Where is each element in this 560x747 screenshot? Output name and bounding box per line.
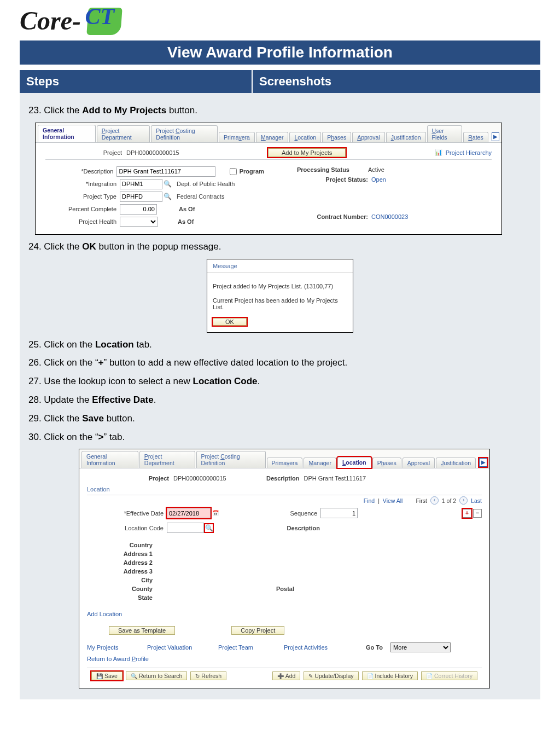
add-location-link[interactable]: Add Location <box>87 611 122 617</box>
copy-project-button[interactable]: Copy Project <box>231 626 284 635</box>
return-to-award-profile-link[interactable]: Return to Award Profile <box>87 656 149 662</box>
tab-rates[interactable]: Rates <box>463 132 488 142</box>
location-desc-label: Description <box>243 525 323 531</box>
tab-phases[interactable]: Phases <box>322 132 351 142</box>
project-type-input[interactable] <box>120 192 162 202</box>
add-to-my-projects-button[interactable]: Add to My Projects <box>268 148 346 157</box>
return-to-search-button[interactable]: 🔍Return to Search <box>126 671 187 680</box>
save-icon: 💾 <box>96 673 103 679</box>
message-title: Message <box>207 259 353 273</box>
logo-area: Core- CT <box>0 0 560 40</box>
step-24-bold: OK <box>82 241 96 252</box>
ok-button[interactable]: OK <box>213 318 247 326</box>
program-checkbox[interactable] <box>230 168 237 175</box>
screenshot-2-location-page: General Information Project Department P… <box>79 449 490 688</box>
project-team-link[interactable]: Project Team <box>218 644 284 651</box>
location-code-input[interactable] <box>167 523 204 533</box>
tab-project-costing-definition-2[interactable]: Project Costing Definition <box>196 451 266 468</box>
project-value: DPH000000000015 <box>126 149 179 156</box>
tab-project-department[interactable]: Project Department <box>97 125 150 142</box>
project-status-link[interactable]: Open <box>371 176 386 183</box>
tab-user-fields[interactable]: User Fields <box>427 125 463 142</box>
include-history-button[interactable]: 📄Include History <box>362 671 418 680</box>
logo-ct-text: CT <box>85 3 115 30</box>
step-25: 25. Click on the Location tab. <box>28 338 535 351</box>
return-icon: 🔍 <box>131 673 137 679</box>
step-24: 24. Click the OK button in the popup mes… <box>28 240 535 253</box>
bottom-toolbar: 💾Save 🔍Return to Search ↻Refresh ➕Add ✎U… <box>87 668 482 684</box>
project-hierarchy-link[interactable]: Project Hierarchy <box>446 149 492 156</box>
project-activities-link[interactable]: Project Activities <box>284 644 360 651</box>
tab-overflow-right-icon-2[interactable]: ▶ <box>479 458 487 467</box>
step-30: 30. Click on the “>” tab. <box>28 431 535 444</box>
integration-lookup-icon[interactable]: 🔍 <box>164 180 171 188</box>
sequence-input[interactable] <box>320 508 358 518</box>
delete-row-button[interactable]: − <box>473 509 482 518</box>
correct-history-icon: 📄 <box>426 673 433 679</box>
calendar-icon[interactable]: 📅 <box>212 510 219 516</box>
effective-date-input[interactable] <box>167 508 211 518</box>
update-icon: ✎ <box>308 673 313 679</box>
project-value-2: DPH000000000015 <box>173 475 266 482</box>
percent-complete-input[interactable] <box>120 204 157 215</box>
tab-location-2[interactable]: Location <box>337 457 371 468</box>
correct-history-button[interactable]: 📄Correct History <box>421 671 477 680</box>
message-line-1: Project added to My Projects List. (1310… <box>213 283 347 289</box>
refresh-icon: ↻ <box>195 673 200 679</box>
update-display-button[interactable]: ✎Update/Display <box>304 671 358 680</box>
tab-project-costing-definition[interactable]: Project Costing Definition <box>151 125 218 142</box>
address3-label: Address 3 <box>87 568 156 575</box>
tab-location[interactable]: Location <box>289 132 321 142</box>
logo-ct-graphic: CT <box>80 2 129 38</box>
tab-primavera[interactable]: Primavera <box>219 132 255 142</box>
project-label-2: Project <box>87 475 173 482</box>
description-value-2: DPH Grant Test111617 <box>304 475 366 482</box>
prev-page-icon[interactable]: ‹ <box>430 496 439 505</box>
find-link[interactable]: Find <box>364 497 375 504</box>
address2-label: Address 2 <box>87 559 156 566</box>
refresh-button[interactable]: ↻Refresh <box>190 671 226 680</box>
tab-general-information-2[interactable]: General Information <box>81 451 138 468</box>
tab-overflow-right-icon[interactable]: ▶ <box>492 132 499 141</box>
view-all-link[interactable]: View All <box>383 497 403 504</box>
city-label: City <box>87 577 156 583</box>
integration-input[interactable] <box>120 179 162 189</box>
my-projects-link[interactable]: My Projects <box>87 644 147 651</box>
tab-manager-2[interactable]: Manager <box>304 458 336 468</box>
processing-status-value: Active <box>368 166 384 173</box>
tab-general-information[interactable]: General Information <box>38 125 96 142</box>
tab-justification[interactable]: Justification <box>386 132 426 142</box>
goto-select[interactable]: More <box>390 642 451 652</box>
tab-phases-2[interactable]: Phases <box>372 458 401 468</box>
tab-row-2: General Information Project Department P… <box>79 449 489 468</box>
project-health-select[interactable] <box>120 217 158 227</box>
project-type-lookup-icon[interactable]: 🔍 <box>164 193 171 200</box>
last-link[interactable]: Last <box>471 497 482 504</box>
tab-justification-2[interactable]: Justification <box>436 458 476 468</box>
step-29: 29. Click the Save button. <box>28 412 535 425</box>
tab-approval-2[interactable]: Approval <box>402 458 435 468</box>
address1-label: Address 1 <box>87 551 156 557</box>
step-24-post: button in the popup message. <box>96 241 221 252</box>
percent-complete-label: Percent Complete <box>45 206 120 212</box>
tab-approval[interactable]: Approval <box>352 132 384 142</box>
tab-manager[interactable]: Manager <box>256 132 288 142</box>
location-code-label: Location Code <box>87 525 167 531</box>
save-as-template-button[interactable]: Save as Template <box>109 626 175 635</box>
project-health-label: Project Health <box>45 218 120 225</box>
location-code-lookup-icon[interactable]: 🔍 <box>205 524 213 532</box>
page-title: View Award Profile Information <box>20 40 540 65</box>
project-valuation-link[interactable]: Project Valuation <box>147 644 218 651</box>
add-row-button[interactable]: + <box>463 509 471 518</box>
add-button[interactable]: ➕Add <box>272 671 301 680</box>
asof-label-1: As Of <box>179 206 195 212</box>
tab-project-department-2[interactable]: Project Department <box>139 451 195 468</box>
save-button[interactable]: 💾Save <box>91 671 122 680</box>
step-26: 26. Click on the “+” button to add a new… <box>28 356 535 369</box>
contract-number-link[interactable]: CON0000023 <box>371 213 408 220</box>
program-label: Program <box>240 168 264 175</box>
description-input[interactable] <box>116 166 215 177</box>
tab-primavera-2[interactable]: Primavera <box>267 458 303 468</box>
next-page-icon[interactable]: › <box>459 496 468 505</box>
project-label: Project <box>45 149 126 156</box>
